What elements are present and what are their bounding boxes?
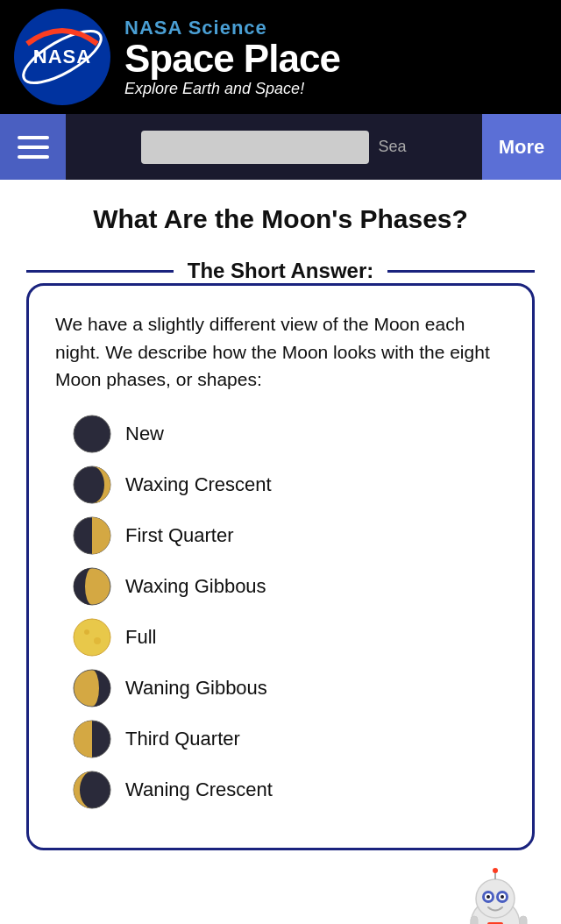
svg-rect-24 <box>520 916 527 925</box>
new-moon-icon <box>73 415 111 453</box>
list-item: Full <box>73 618 506 657</box>
page-title: What Are the Moon's Phases? <box>35 204 526 234</box>
search-input[interactable] <box>141 131 369 164</box>
search-area: Sea <box>66 131 482 164</box>
list-item: Waxing Gibbous <box>73 567 506 606</box>
moon-phases-list: New Waxing Crescent <box>73 415 506 809</box>
phase-name: Full <box>125 626 156 649</box>
list-item: Waning Crescent <box>73 771 506 809</box>
header-text-block: NASA Science Space Place Explore Earth a… <box>124 17 340 98</box>
phase-name: Waning Gibbous <box>125 677 267 700</box>
phase-name: Waxing Crescent <box>125 473 272 496</box>
waning-gibbous-icon <box>73 669 111 707</box>
svg-point-8 <box>84 629 89 635</box>
space-place-title: Space Place <box>124 39 340 78</box>
header-line-right <box>387 270 535 273</box>
list-item: New <box>73 415 506 453</box>
hamburger-menu-button[interactable] <box>0 114 66 180</box>
waxing-crescent-icon <box>73 466 111 504</box>
page-title-bar: What Are the Moon's Phases? <box>0 180 561 250</box>
phase-name: Third Quarter <box>125 728 240 750</box>
navbar: Sea More <box>0 114 561 180</box>
svg-point-3 <box>74 416 110 452</box>
svg-point-19 <box>486 895 490 899</box>
short-answer-label: The Short Answer: <box>174 259 387 283</box>
hamburger-bar-2 <box>18 146 49 149</box>
robot-mascot: SP <box>438 868 543 925</box>
list-item: Waning Gibbous <box>73 669 506 707</box>
short-answer-box: We have a slightly different view of the… <box>26 283 535 850</box>
third-quarter-icon <box>73 720 111 758</box>
svg-point-22 <box>493 868 498 873</box>
svg-point-9 <box>94 637 101 644</box>
list-item: Third Quarter <box>73 720 506 758</box>
waxing-gibbous-icon <box>73 567 111 606</box>
mascot-area: SP <box>0 868 561 925</box>
list-item: Waxing Crescent <box>73 466 506 504</box>
full-moon-icon <box>73 618 111 657</box>
short-answer-text: We have a slightly different view of the… <box>55 310 506 394</box>
svg-point-7 <box>74 619 110 656</box>
nasa-logo: NASA <box>14 9 110 105</box>
short-answer-header: The Short Answer: <box>26 259 535 283</box>
header-line-left <box>26 270 174 273</box>
more-button[interactable]: More <box>482 114 561 180</box>
nasa-science-label: NASA Science <box>124 17 340 39</box>
svg-text:NASA: NASA <box>33 46 91 68</box>
phase-name: First Quarter <box>125 524 233 547</box>
short-answer-section: The Short Answer: We have a slightly dif… <box>0 250 561 877</box>
waning-crescent-icon <box>73 771 111 809</box>
svg-point-20 <box>501 895 504 899</box>
phase-name: Waxing Gibbous <box>125 575 266 598</box>
explore-label: Explore Earth and Space! <box>124 80 340 98</box>
search-label: Sea <box>378 138 406 156</box>
svg-rect-23 <box>471 916 478 925</box>
phase-name: New <box>125 423 164 445</box>
hamburger-bar-3 <box>18 155 49 159</box>
phase-name: Waning Crescent <box>125 778 273 801</box>
hamburger-bar-1 <box>18 136 49 139</box>
svg-point-14 <box>476 879 515 918</box>
site-header: NASA NASA Science Space Place Explore Ea… <box>0 0 561 114</box>
list-item: First Quarter <box>73 516 506 555</box>
first-quarter-icon <box>73 516 111 555</box>
